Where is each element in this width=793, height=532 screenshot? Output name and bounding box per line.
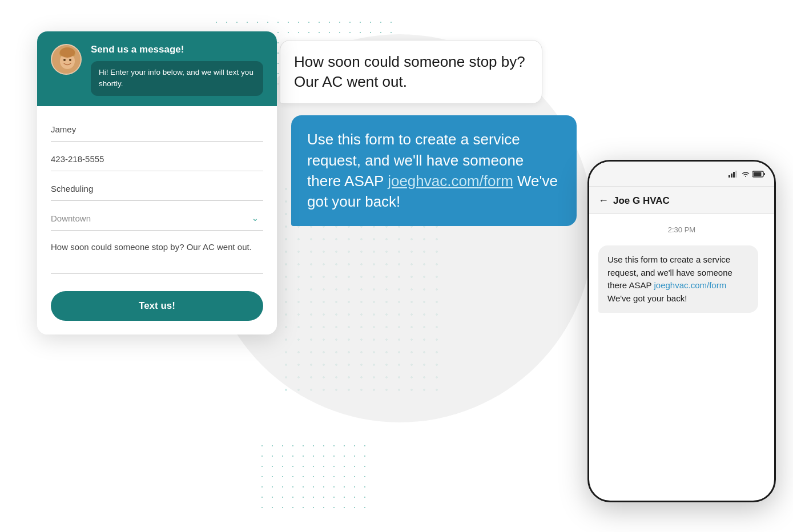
submit-button[interactable]: Text us! bbox=[51, 291, 263, 321]
phone-status-icons bbox=[728, 171, 765, 178]
scene: Send us a message! Hi! Enter your info b… bbox=[0, 0, 793, 532]
response-message-bubble: Use this form to create a service reques… bbox=[291, 115, 577, 226]
svg-rect-7 bbox=[731, 174, 732, 178]
message-field-wrapper: How soon could someone stop by? Our AC w… bbox=[51, 234, 263, 279]
phone-timestamp: 2:30 PM bbox=[598, 225, 765, 234]
phone-body: 2:30 PM Use this form to create a servic… bbox=[589, 214, 774, 324]
svg-rect-8 bbox=[733, 172, 735, 178]
phone-mockup: ← Joe G HVAC 2:30 PM Use this form to cr… bbox=[587, 160, 776, 502]
back-arrow-icon[interactable]: ← bbox=[598, 195, 609, 207]
chat-bubbles-area: How soon could someone stop by? Our AC w… bbox=[280, 40, 577, 226]
phone-message-link[interactable]: joeghvac.com/form bbox=[654, 280, 726, 290]
location-select-wrapper: Downtown Uptown Midtown ⌄ bbox=[51, 207, 263, 231]
svg-point-5 bbox=[60, 47, 75, 58]
chat-widget-header: Send us a message! Hi! Enter your info b… bbox=[37, 31, 277, 106]
phone-input[interactable] bbox=[51, 147, 263, 171]
battery-icon bbox=[752, 171, 765, 178]
response-link[interactable]: joeghvac.com/form bbox=[388, 172, 513, 190]
location-select[interactable]: Downtown Uptown Midtown bbox=[51, 207, 263, 230]
header-title: Send us a message! bbox=[91, 44, 263, 55]
svg-rect-12 bbox=[764, 173, 765, 175]
avatar bbox=[51, 44, 82, 75]
svg-point-3 bbox=[63, 59, 66, 61]
phone-field-wrapper bbox=[51, 147, 263, 174]
topic-field-wrapper bbox=[51, 177, 263, 203]
wifi-icon bbox=[741, 171, 750, 178]
svg-rect-9 bbox=[735, 171, 737, 178]
name-field-wrapper bbox=[51, 118, 263, 144]
phone-message-suffix: We've got your back! bbox=[607, 293, 687, 303]
phone-header: ← Joe G HVAC bbox=[589, 187, 774, 214]
svg-rect-11 bbox=[754, 172, 762, 176]
phone-status-bar bbox=[589, 162, 774, 187]
svg-rect-6 bbox=[728, 175, 730, 178]
svg-point-4 bbox=[69, 59, 71, 61]
chat-widget: Send us a message! Hi! Enter your info b… bbox=[37, 31, 277, 334]
phone-message-bubble: Use this form to create a service reques… bbox=[598, 245, 758, 313]
message-input[interactable]: How soon could someone stop by? Our AC w… bbox=[51, 234, 263, 274]
header-content: Send us a message! Hi! Enter your info b… bbox=[91, 44, 263, 96]
name-input[interactable] bbox=[51, 118, 263, 142]
dots-bottom-decoration bbox=[257, 441, 371, 509]
signal-icon bbox=[728, 171, 739, 178]
chat-form: Downtown Uptown Midtown ⌄ How soon could… bbox=[37, 106, 277, 334]
header-greeting-bubble: Hi! Enter your info below, and we will t… bbox=[91, 61, 263, 96]
user-message-bubble: How soon could someone stop by? Our AC w… bbox=[280, 40, 542, 104]
contact-name: Joe G HVAC bbox=[613, 195, 670, 207]
topic-input[interactable] bbox=[51, 177, 263, 201]
